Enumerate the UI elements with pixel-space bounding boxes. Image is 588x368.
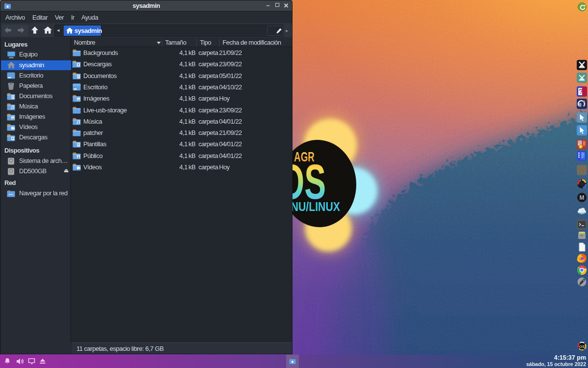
svg-text:2: 2: [580, 145, 582, 148]
svg-text:OS: OS: [579, 344, 585, 348]
svg-text:M: M: [580, 194, 585, 201]
